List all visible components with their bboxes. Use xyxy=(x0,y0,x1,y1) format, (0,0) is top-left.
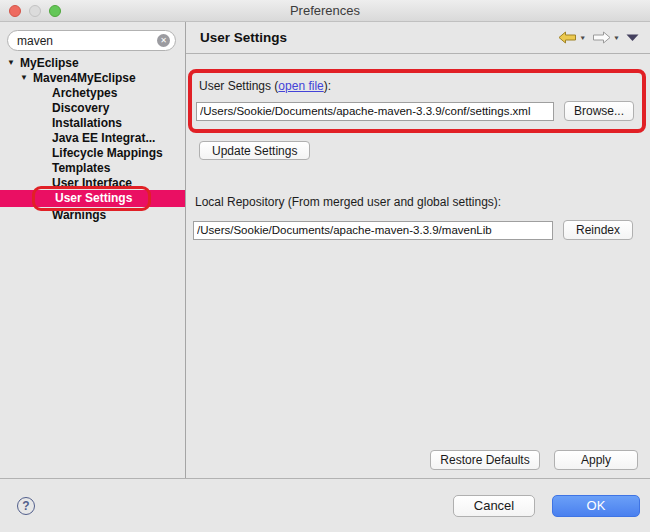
user-settings-field-row: Browse... xyxy=(196,101,634,121)
open-file-link[interactable]: open file xyxy=(278,79,323,93)
tree-item-label: Java EE Integrat... xyxy=(52,131,155,145)
back-arrow-icon xyxy=(558,31,577,44)
help-button[interactable]: ? xyxy=(17,497,35,515)
view-menu-button[interactable] xyxy=(625,33,640,42)
user-settings-highlight-annotation: User Settings (open file): Browse... xyxy=(188,69,646,133)
window-title: Preferences xyxy=(0,3,650,18)
browse-button[interactable]: Browse... xyxy=(564,101,634,121)
label-suffix: ): xyxy=(324,79,331,93)
tree-item-myeclipse[interactable]: ▼MyEclipse xyxy=(0,55,185,70)
user-settings-label: User Settings (open file): xyxy=(196,77,634,101)
local-repository-field-row: Reindex xyxy=(193,220,633,240)
sidebar: ✕ ▼MyEclipse▼Maven4MyEclipseArchetypesDi… xyxy=(0,22,186,478)
page-title: User Settings xyxy=(200,30,557,45)
close-window-button[interactable] xyxy=(9,5,21,17)
search-box: ✕ xyxy=(7,30,176,51)
dialog-footer: ? Cancel OK xyxy=(0,478,650,532)
expand-arrow-icon[interactable]: ▼ xyxy=(20,73,33,82)
tree-item-java-ee-integrat[interactable]: Java EE Integrat... xyxy=(0,130,185,145)
back-dropdown-icon[interactable]: ▼ xyxy=(579,34,586,40)
history-nav: ▼ ▼ xyxy=(557,31,640,44)
update-settings-button[interactable]: Update Settings xyxy=(199,141,310,160)
forward-button[interactable]: ▼ xyxy=(591,31,621,44)
user-settings-page: User Settings (open file): Browse... Upd… xyxy=(186,54,650,478)
tree-item-label: Maven4MyEclipse xyxy=(33,71,136,85)
label-prefix: User Settings ( xyxy=(199,79,278,93)
question-mark-icon: ? xyxy=(22,499,29,513)
user-settings-path-input[interactable] xyxy=(196,102,554,121)
tree-item-label: Installations xyxy=(52,116,122,130)
apply-button[interactable]: Apply xyxy=(554,450,638,470)
forward-dropdown-icon[interactable]: ▼ xyxy=(613,34,620,40)
reindex-button[interactable]: Reindex xyxy=(563,220,633,240)
tree-item-installations[interactable]: Installations xyxy=(0,115,185,130)
tree-item-maven4myeclipse[interactable]: ▼Maven4MyEclipse xyxy=(0,70,185,85)
main-panel: User Settings ▼ ▼ xyxy=(186,22,650,478)
tree-item-discovery[interactable]: Discovery xyxy=(0,100,185,115)
minimize-window-button[interactable] xyxy=(29,5,41,17)
tree-item-label: MyEclipse xyxy=(20,56,79,70)
tree-item-label: Discovery xyxy=(52,101,109,115)
ok-button[interactable]: OK xyxy=(552,495,640,517)
filter-search-input[interactable] xyxy=(7,30,176,51)
tree-item-label: Templates xyxy=(52,161,110,175)
tree-item-templates[interactable]: Templates xyxy=(0,160,185,175)
flex-spacer xyxy=(188,240,646,450)
local-repository-label: Local Repository (From merged user and g… xyxy=(193,195,646,209)
expand-arrow-icon[interactable]: ▼ xyxy=(7,58,20,67)
local-repository-path-input[interactable] xyxy=(193,221,553,240)
titlebar: Preferences xyxy=(0,0,650,22)
main-header: User Settings ▼ ▼ xyxy=(186,22,650,54)
preferences-window: Preferences ✕ ▼MyEclipse▼Maven4MyEclipse… xyxy=(0,0,650,532)
view-menu-icon xyxy=(626,33,639,42)
restore-defaults-button[interactable]: Restore Defaults xyxy=(430,450,540,470)
tree-item-label: Archetypes xyxy=(52,86,117,100)
tree-item-user-settings[interactable]: User Settings xyxy=(0,190,185,207)
window-body: ✕ ▼MyEclipse▼Maven4MyEclipseArchetypesDi… xyxy=(0,22,650,478)
tree-item-archetypes[interactable]: Archetypes xyxy=(0,85,185,100)
traffic-lights xyxy=(9,5,61,17)
preferences-tree: ▼MyEclipse▼Maven4MyEclipseArchetypesDisc… xyxy=(0,55,185,222)
page-actions: Restore Defaults Apply xyxy=(188,450,638,470)
tree-item-label: Lifecycle Mappings xyxy=(52,146,163,160)
clear-search-icon[interactable]: ✕ xyxy=(157,34,170,47)
tree-item-lifecycle-mappings[interactable]: Lifecycle Mappings xyxy=(0,145,185,160)
cancel-button[interactable]: Cancel xyxy=(453,495,535,517)
zoom-window-button[interactable] xyxy=(49,5,61,17)
tree-item-label: User Settings xyxy=(32,186,151,211)
forward-arrow-icon xyxy=(592,31,611,44)
back-button[interactable]: ▼ xyxy=(557,31,587,44)
